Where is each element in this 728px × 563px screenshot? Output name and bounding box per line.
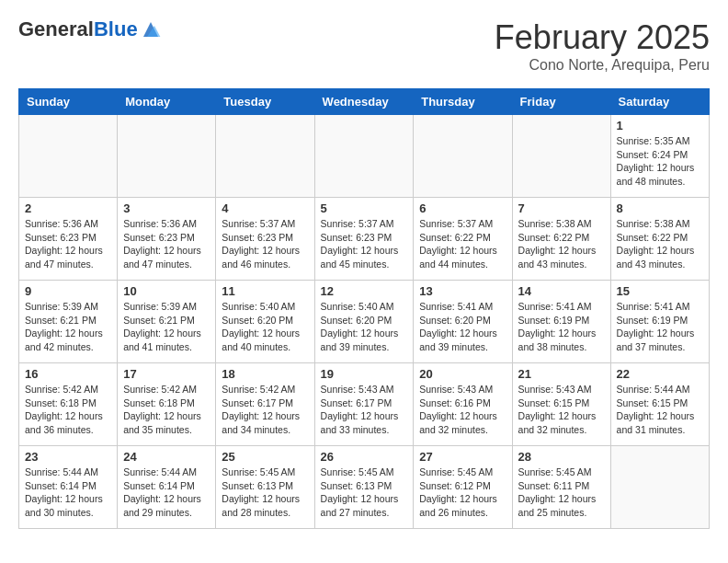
day-info: Sunrise: 5:38 AM Sunset: 6:22 PM Dayligh… [518, 217, 605, 271]
day-number: 17 [123, 367, 210, 381]
day-number: 24 [123, 450, 210, 464]
day-info: Sunrise: 5:41 AM Sunset: 6:19 PM Dayligh… [617, 300, 703, 354]
logo-blue: Blue [94, 17, 138, 40]
day-number: 3 [123, 201, 210, 215]
day-number: 7 [518, 201, 605, 215]
location-subtitle: Cono Norte, Arequipa, Peru [495, 57, 710, 74]
calendar-cell: 26Sunrise: 5:45 AM Sunset: 6:13 PM Dayli… [314, 446, 414, 529]
calendar-cell [118, 115, 216, 198]
calendar-cell: 27Sunrise: 5:45 AM Sunset: 6:12 PM Dayli… [414, 446, 512, 529]
day-number: 18 [222, 367, 308, 381]
weekday-header: Saturday [610, 89, 709, 115]
month-title: February 2025 [495, 18, 710, 57]
day-info: Sunrise: 5:41 AM Sunset: 6:19 PM Dayligh… [518, 300, 605, 354]
calendar-cell: 22Sunrise: 5:44 AM Sunset: 6:15 PM Dayli… [610, 363, 709, 446]
day-info: Sunrise: 5:40 AM Sunset: 6:20 PM Dayligh… [321, 300, 408, 354]
day-number: 4 [222, 201, 308, 215]
day-number: 25 [222, 450, 308, 464]
calendar-cell [216, 115, 314, 198]
page-header: GeneralBlue February 2025 Cono Norte, Ar… [18, 18, 710, 74]
weekday-header: Monday [118, 89, 216, 115]
calendar-cell [19, 115, 118, 198]
day-info: Sunrise: 5:43 AM Sunset: 6:17 PM Dayligh… [321, 383, 408, 437]
calendar-cell: 18Sunrise: 5:42 AM Sunset: 6:17 PM Dayli… [216, 363, 314, 446]
calendar-cell: 13Sunrise: 5:41 AM Sunset: 6:20 PM Dayli… [414, 281, 512, 363]
calendar-cell: 21Sunrise: 5:43 AM Sunset: 6:15 PM Dayli… [512, 363, 610, 446]
logo: GeneralBlue [18, 18, 162, 40]
day-number: 14 [518, 284, 605, 298]
calendar-cell: 8Sunrise: 5:38 AM Sunset: 6:22 PM Daylig… [610, 198, 709, 281]
calendar-week-row: 1Sunrise: 5:35 AM Sunset: 6:24 PM Daylig… [19, 115, 710, 198]
day-info: Sunrise: 5:45 AM Sunset: 6:12 PM Dayligh… [419, 465, 506, 520]
day-info: Sunrise: 5:38 AM Sunset: 6:22 PM Dayligh… [617, 217, 703, 271]
day-info: Sunrise: 5:37 AM Sunset: 6:23 PM Dayligh… [321, 217, 408, 271]
logo-icon [140, 18, 162, 40]
day-number: 22 [617, 367, 703, 381]
day-number: 28 [518, 450, 605, 464]
calendar-cell [610, 446, 709, 529]
calendar-cell: 10Sunrise: 5:39 AM Sunset: 6:21 PM Dayli… [118, 281, 216, 363]
day-info: Sunrise: 5:44 AM Sunset: 6:15 PM Dayligh… [617, 383, 703, 437]
day-number: 8 [617, 201, 703, 215]
day-number: 20 [419, 367, 506, 381]
day-info: Sunrise: 5:37 AM Sunset: 6:23 PM Dayligh… [222, 217, 308, 271]
day-number: 6 [419, 201, 506, 215]
day-info: Sunrise: 5:36 AM Sunset: 6:23 PM Dayligh… [25, 217, 111, 271]
calendar-cell: 11Sunrise: 5:40 AM Sunset: 6:20 PM Dayli… [216, 281, 314, 363]
day-info: Sunrise: 5:42 AM Sunset: 6:18 PM Dayligh… [123, 383, 210, 437]
day-number: 12 [321, 284, 408, 298]
calendar-week-row: 23Sunrise: 5:44 AM Sunset: 6:14 PM Dayli… [19, 446, 710, 529]
day-number: 23 [25, 450, 111, 464]
weekday-header: Sunday [19, 89, 118, 115]
day-number: 5 [321, 201, 408, 215]
day-info: Sunrise: 5:39 AM Sunset: 6:21 PM Dayligh… [25, 300, 111, 354]
day-number: 2 [25, 201, 111, 215]
calendar-cell: 25Sunrise: 5:45 AM Sunset: 6:13 PM Dayli… [216, 446, 314, 529]
day-info: Sunrise: 5:36 AM Sunset: 6:23 PM Dayligh… [123, 217, 210, 271]
day-number: 10 [123, 284, 210, 298]
calendar-cell: 4Sunrise: 5:37 AM Sunset: 6:23 PM Daylig… [216, 198, 314, 281]
day-number: 1 [617, 119, 703, 132]
day-info: Sunrise: 5:37 AM Sunset: 6:22 PM Dayligh… [419, 217, 506, 271]
day-number: 21 [518, 367, 605, 381]
calendar-cell: 15Sunrise: 5:41 AM Sunset: 6:19 PM Dayli… [610, 281, 709, 363]
calendar-cell: 9Sunrise: 5:39 AM Sunset: 6:21 PM Daylig… [19, 281, 118, 363]
day-info: Sunrise: 5:45 AM Sunset: 6:11 PM Dayligh… [518, 465, 605, 520]
calendar-table: SundayMondayTuesdayWednesdayThursdayFrid… [18, 88, 710, 529]
weekday-header: Tuesday [216, 89, 314, 115]
calendar-cell [414, 115, 512, 198]
calendar-week-row: 2Sunrise: 5:36 AM Sunset: 6:23 PM Daylig… [19, 198, 710, 281]
calendar-cell: 17Sunrise: 5:42 AM Sunset: 6:18 PM Dayli… [118, 363, 216, 446]
logo-general: General [18, 17, 94, 40]
title-block: February 2025 Cono Norte, Arequipa, Peru [495, 18, 710, 74]
calendar-cell: 19Sunrise: 5:43 AM Sunset: 6:17 PM Dayli… [314, 363, 414, 446]
calendar-cell [512, 115, 610, 198]
calendar-cell: 3Sunrise: 5:36 AM Sunset: 6:23 PM Daylig… [118, 198, 216, 281]
day-number: 19 [321, 367, 408, 381]
calendar-cell: 7Sunrise: 5:38 AM Sunset: 6:22 PM Daylig… [512, 198, 610, 281]
day-info: Sunrise: 5:45 AM Sunset: 6:13 PM Dayligh… [321, 465, 408, 520]
calendar-cell [314, 115, 414, 198]
day-number: 15 [617, 284, 703, 298]
day-number: 9 [25, 284, 111, 298]
calendar-cell: 23Sunrise: 5:44 AM Sunset: 6:14 PM Dayli… [19, 446, 118, 529]
day-info: Sunrise: 5:40 AM Sunset: 6:20 PM Dayligh… [222, 300, 308, 354]
calendar-cell: 20Sunrise: 5:43 AM Sunset: 6:16 PM Dayli… [414, 363, 512, 446]
calendar-cell: 16Sunrise: 5:42 AM Sunset: 6:18 PM Dayli… [19, 363, 118, 446]
weekday-header: Friday [512, 89, 610, 115]
day-number: 13 [419, 284, 506, 298]
day-number: 26 [321, 450, 408, 464]
weekday-header-row: SundayMondayTuesdayWednesdayThursdayFrid… [19, 89, 710, 115]
day-info: Sunrise: 5:39 AM Sunset: 6:21 PM Dayligh… [123, 300, 210, 354]
day-info: Sunrise: 5:43 AM Sunset: 6:15 PM Dayligh… [518, 383, 605, 437]
calendar-cell: 2Sunrise: 5:36 AM Sunset: 6:23 PM Daylig… [19, 198, 118, 281]
day-number: 27 [419, 450, 506, 464]
calendar-week-row: 16Sunrise: 5:42 AM Sunset: 6:18 PM Dayli… [19, 363, 710, 446]
day-info: Sunrise: 5:41 AM Sunset: 6:20 PM Dayligh… [419, 300, 506, 354]
day-number: 11 [222, 284, 308, 298]
day-info: Sunrise: 5:42 AM Sunset: 6:17 PM Dayligh… [222, 383, 308, 437]
calendar-week-row: 9Sunrise: 5:39 AM Sunset: 6:21 PM Daylig… [19, 281, 710, 363]
day-info: Sunrise: 5:45 AM Sunset: 6:13 PM Dayligh… [222, 465, 308, 520]
weekday-header: Thursday [414, 89, 512, 115]
calendar-cell: 28Sunrise: 5:45 AM Sunset: 6:11 PM Dayli… [512, 446, 610, 529]
